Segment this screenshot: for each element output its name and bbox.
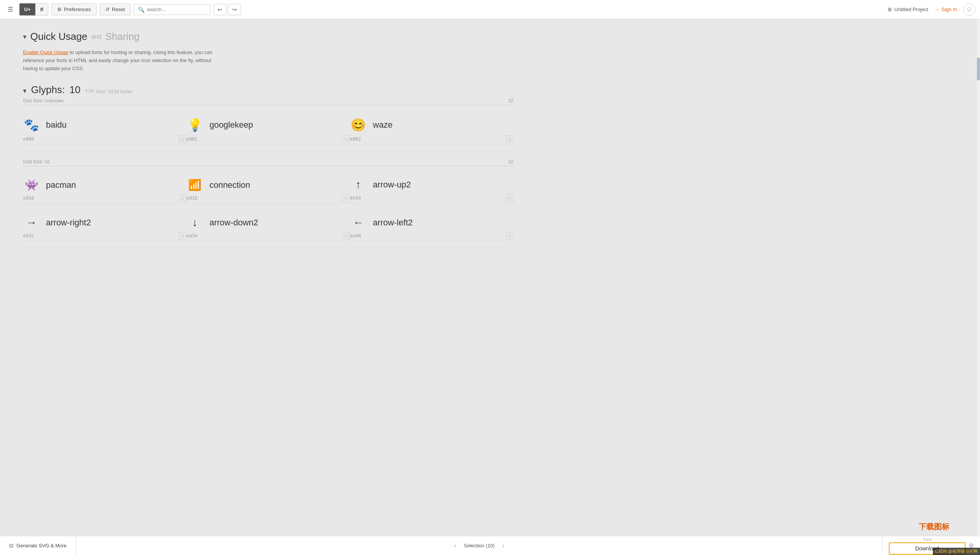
glyph-item-arrow-up2: ↑ arrow-up2 ea3a □ — [350, 172, 513, 210]
connection-icon: 📶 — [187, 179, 203, 191]
enable-quick-usage-link[interactable]: Enable Quick Usage — [23, 49, 69, 55]
glyphs-toggle[interactable]: ▾ — [23, 87, 26, 95]
csdn-text: CSDN @程序喵 — [935, 549, 965, 553]
grid-group-unknown: Grid Size: Unknown 32 🐾 baidu e900 □ 💡 g — [23, 98, 513, 151]
waze-icon: 😊 — [350, 118, 367, 132]
arrow-up2-code: ea3a — [350, 195, 361, 200]
grid-group-16: Grid Size: 16 32 👾 pacman e916 □ 📶 conne — [23, 159, 513, 248]
unicode-mode-button[interactable]: U+ — [20, 3, 36, 15]
sign-in-icon: → — [934, 7, 939, 12]
baidu-copy-button[interactable]: □ — [179, 135, 187, 143]
glyph-item-baidu: 🐾 baidu e900 □ — [23, 112, 187, 151]
glyphs-count: 10 — [69, 84, 80, 96]
redo-button[interactable]: ↪ — [228, 4, 241, 15]
googlekeep-icon: 💡 — [187, 118, 203, 132]
glyph-item-waze: 😊 waze e902 □ — [350, 112, 513, 151]
grid-size-row-16: Grid Size: 16 32 — [23, 159, 513, 166]
selection-section: ‹ Selection (10) › — [76, 542, 882, 550]
quick-usage-section-header: ▾ Quick Usage and Sharing — [23, 31, 513, 43]
avatar[interactable]: ☺ — [963, 3, 975, 16]
baidu-name: baidu — [46, 120, 67, 130]
quick-usage-title-and: and — [91, 33, 102, 40]
menu-button[interactable]: ☰ — [5, 3, 16, 15]
reset-icon: ↺ — [105, 7, 110, 12]
quick-usage-toggle[interactable]: ▾ — [23, 33, 26, 41]
glyph-grid-unknown: 🐾 baidu e900 □ 💡 googlekeep e901 □ — [23, 112, 513, 151]
arrow-left2-icon: ← — [350, 217, 367, 229]
topbar-right: ⊞ Untitled Project → Sign In ☺ — [888, 3, 975, 16]
glyph-item-googlekeep: 💡 googlekeep e901 □ — [187, 112, 350, 151]
baidu-code: e900 — [23, 136, 34, 142]
glyph-grid-16: 👾 pacman e916 □ 📶 connection e91b □ — [23, 172, 513, 248]
grid-size-num-unknown: 32 — [508, 98, 513, 103]
pacman-icon: 👾 — [23, 179, 40, 191]
quick-usage-title-main: Quick Usage — [30, 31, 87, 43]
connection-code: e91b — [187, 195, 198, 201]
glyphs-title: Glyphs: — [31, 84, 65, 96]
scrollbar[interactable] — [977, 19, 980, 536]
topbar-left: ☰ U+ fi ⚙ Preferences ↺ Reset 🔍 ↩ — [5, 3, 885, 16]
scroll-thumb[interactable] — [977, 57, 980, 80]
arrow-up2-copy-button[interactable]: □ — [506, 194, 513, 202]
brand-text: GX/网 — [966, 549, 978, 553]
watermark: CSDN @程序喵 GX/网 — [933, 548, 980, 555]
googlekeep-code: e901 — [187, 136, 198, 142]
glyphs-ttf-size: TTF Size: 3216 bytes — [85, 89, 133, 94]
arrow-up2-icon: ↑ — [350, 179, 367, 191]
glyphs-section-header: ▾ Glyphs: 10 TTF Size: 3216 bytes — [23, 84, 513, 96]
arrow-up2-name: arrow-up2 — [373, 180, 411, 190]
waze-copy-button[interactable]: □ — [506, 135, 513, 143]
redo-icon: ↪ — [232, 7, 237, 13]
arrow-right2-copy-button[interactable]: □ — [179, 232, 187, 240]
gear-icon: ⚙ — [57, 7, 62, 12]
layers-icon: ⊞ — [888, 7, 892, 12]
grid-size-row-unknown: Grid Size: Unknown 32 — [23, 98, 513, 105]
waze-name: waze — [373, 120, 392, 130]
search-input[interactable] — [147, 7, 206, 12]
topbar: ☰ U+ fi ⚙ Preferences ↺ Reset 🔍 ↩ — [0, 0, 980, 19]
mode-button-group: U+ fi — [19, 3, 48, 16]
prev-arrow-button[interactable]: ‹ — [454, 542, 456, 550]
pacman-code: e916 — [23, 195, 34, 201]
waze-code: e902 — [350, 136, 361, 142]
selection-label: Selection (10) — [464, 543, 495, 548]
arrow-right2-icon: → — [23, 217, 40, 229]
baidu-icon: 🐾 — [23, 118, 40, 132]
arrow-left2-copy-button[interactable]: □ — [506, 232, 513, 240]
undo-redo-group: ↩ ↪ — [213, 4, 241, 15]
search-icon: 🔍 — [138, 7, 144, 13]
search-box: 🔍 — [134, 4, 210, 15]
download-overlay-text: 下载图标 — [919, 522, 949, 532]
arrow-down2-copy-button[interactable]: □ — [342, 232, 350, 240]
arrow-right2-name: arrow-right2 — [46, 218, 91, 228]
glyph-item-arrow-down2: ↓ arrow-down2 ea3e □ — [187, 210, 350, 248]
preferences-button[interactable]: ⚙ Preferences — [51, 3, 97, 15]
grid-size-label-unknown: Grid Size: Unknown — [23, 98, 64, 103]
hamburger-icon: ☰ — [8, 6, 13, 13]
main-content: ▾ Quick Usage and Sharing Enable Quick U… — [0, 19, 536, 267]
glyph-item-arrow-right2: → arrow-right2 ea3c □ — [23, 210, 187, 248]
generate-svg-button[interactable]: ⊡ Generate SVG & More — [0, 536, 76, 555]
bottom-bar: ⊡ Generate SVG & More ‹ Selection (10) ›… — [0, 536, 980, 555]
undo-icon: ↩ — [218, 7, 222, 13]
undo-button[interactable]: ↩ — [213, 4, 226, 15]
arrow-left2-name: arrow-left2 — [373, 218, 413, 228]
font-label: Font — [923, 537, 931, 542]
googlekeep-copy-button[interactable]: □ — [342, 135, 350, 143]
glyph-item-connection: 📶 connection e91b □ — [187, 172, 350, 210]
glyph-item-arrow-left2: ← arrow-left2 ea40 □ — [350, 210, 513, 248]
pacman-copy-button[interactable]: □ — [179, 194, 187, 202]
connection-copy-button[interactable]: □ — [342, 194, 350, 202]
arrow-down2-icon: ↓ — [187, 217, 203, 229]
pacman-name: pacman — [46, 180, 76, 190]
arrow-right2-code: ea3c — [23, 233, 34, 238]
sign-in-button[interactable]: → Sign In — [934, 7, 957, 12]
reset-button[interactable]: ↺ Reset — [100, 3, 131, 15]
fi-mode-button[interactable]: fi — [36, 3, 48, 15]
connection-name: connection — [210, 180, 250, 190]
grid-size-num-16: 32 — [508, 159, 513, 164]
next-arrow-button[interactable]: › — [502, 542, 505, 550]
quick-usage-description: Enable Quick Usage to upload fonts for h… — [23, 49, 215, 72]
project-name[interactable]: ⊞ Untitled Project — [888, 7, 928, 12]
avatar-icon: ☺ — [966, 5, 973, 13]
